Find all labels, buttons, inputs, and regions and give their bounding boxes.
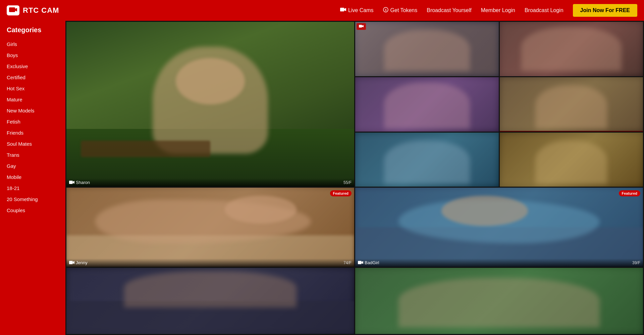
jenny-cam-icon — [69, 261, 74, 265]
sidebar: Categories Girls Boys Exclusive Certifie… — [0, 21, 65, 335]
cam-tile-r1[interactable] — [355, 22, 499, 76]
nav: Live Cams $ Get Tokens Broadcast Yoursel… — [340, 4, 637, 17]
jenny-overlay: Jenny 74/F — [66, 258, 354, 267]
logo-text: RTC CAM — [23, 6, 59, 15]
sidebar-item-20-something[interactable]: 20 Something — [0, 194, 65, 205]
cam-tile-bot1[interactable] — [66, 268, 354, 334]
nav-get-tokens[interactable]: $ Get Tokens — [383, 7, 418, 14]
sidebar-item-fetish[interactable]: Fetish — [0, 116, 65, 127]
jenny-score: 74/F — [343, 260, 352, 265]
sidebar-item-boys[interactable]: Boys — [0, 50, 65, 61]
svg-marker-1 — [15, 8, 17, 11]
svg-rect-10 — [69, 261, 73, 264]
svg-rect-8 — [359, 25, 362, 28]
sidebar-item-soul-mates[interactable]: Soul Mates — [0, 138, 65, 149]
header: RTC CAM Live Cams $ Get Tokens Broadcast… — [0, 0, 644, 21]
sidebar-item-hot-sex[interactable]: Hot Sex — [0, 83, 65, 94]
cam-tile-r2[interactable] — [500, 22, 643, 76]
categories-title: Categories — [0, 26, 65, 39]
badgirl-name: BadGirl — [358, 260, 379, 265]
cam-tile-badgirl[interactable]: Featured BadGirl 39/F — [355, 188, 643, 267]
sharon-score: 55/F — [343, 180, 352, 185]
sidebar-item-gay[interactable]: Gay — [0, 160, 65, 172]
cam-tile-r6[interactable] — [500, 133, 643, 187]
badgirl-featured-badge: Featured — [619, 190, 640, 196]
cam-tile-sharon[interactable]: Sharon 55/F — [66, 22, 354, 187]
sidebar-item-friends[interactable]: Friends — [0, 127, 65, 138]
svg-rect-0 — [9, 7, 15, 12]
sidebar-item-trans[interactable]: Trans — [0, 149, 65, 160]
svg-rect-6 — [69, 181, 73, 184]
join-now-button[interactable]: Join Now For FREE — [573, 4, 637, 17]
sidebar-item-certified[interactable]: Certified — [0, 72, 65, 83]
logo-area: RTC CAM — [7, 5, 59, 15]
main-content: Sharon 55/F — [65, 21, 644, 335]
tokens-icon: $ — [383, 7, 388, 14]
nav-broadcast-yourself[interactable]: Broadcast Yourself — [427, 7, 471, 13]
sidebar-item-18-21[interactable]: 18-21 — [0, 183, 65, 194]
jenny-name: Jenny — [69, 260, 88, 265]
badgirl-overlay: BadGirl 39/F — [355, 258, 643, 267]
sidebar-item-couples[interactable]: Couples — [0, 205, 65, 216]
sidebar-item-new-models[interactable]: New Models — [0, 105, 65, 116]
badgirl-score: 39/F — [632, 260, 640, 265]
svg-marker-9 — [362, 25, 364, 27]
svg-rect-2 — [340, 8, 344, 11]
badgirl-cam-icon — [358, 261, 363, 265]
svg-rect-12 — [358, 261, 362, 264]
nav-member-login[interactable]: Member Login — [481, 7, 515, 13]
svg-text:$: $ — [385, 8, 386, 12]
nav-live-cams[interactable]: Live Cams — [340, 7, 374, 13]
sharon-name: Sharon — [69, 180, 90, 185]
sidebar-item-mobile[interactable]: Mobile — [0, 172, 65, 183]
svg-marker-13 — [362, 261, 363, 264]
video-icon — [340, 7, 346, 13]
svg-marker-3 — [344, 8, 346, 11]
cam-tile-r4[interactable] — [500, 77, 643, 132]
cam-tile-r5[interactable] — [355, 133, 499, 187]
wrapper: Categories Girls Boys Exclusive Certifie… — [0, 21, 644, 335]
logo-icon — [7, 5, 19, 15]
cam-tile-r3[interactable] — [355, 77, 499, 132]
sharon-overlay: Sharon 55/F — [66, 178, 354, 187]
sidebar-item-exclusive[interactable]: Exclusive — [0, 61, 65, 72]
sidebar-item-mature[interactable]: Mature — [0, 94, 65, 105]
svg-marker-7 — [73, 181, 74, 184]
cam-tile-jenny[interactable]: Featured Jenny 74/F — [66, 188, 354, 267]
svg-marker-11 — [73, 261, 74, 264]
jenny-featured-badge: Featured — [330, 190, 352, 196]
cam-tile-bot2[interactable] — [355, 268, 643, 334]
sidebar-item-girls[interactable]: Girls — [0, 39, 65, 50]
video-cam-icon — [69, 181, 74, 185]
nav-broadcast-login[interactable]: Broadcast Login — [525, 7, 564, 13]
